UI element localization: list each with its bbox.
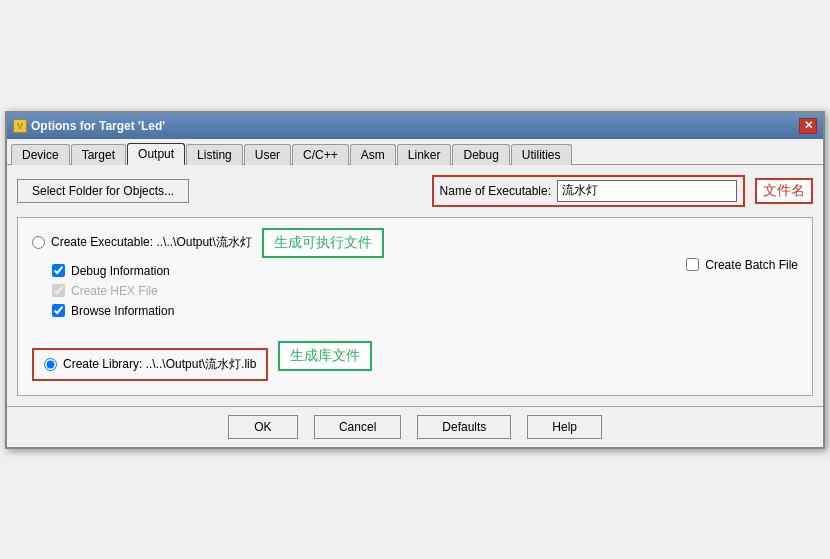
create-executable-radio-row: Create Executable: ..\..\Output\流水灯 [32,234,252,251]
title-bar: V Options for Target 'Led' ✕ [7,113,823,139]
tab-output[interactable]: Output [127,143,185,165]
options-row: Create Executable: ..\..\Output\流水灯 生成可执… [32,228,798,318]
help-button[interactable]: Help [527,415,602,439]
create-library-radio[interactable] [44,358,57,371]
ok-button[interactable]: OK [228,415,298,439]
create-library-label: Create Library: ..\..\Output\流水灯.lib [63,356,256,373]
main-group: Create Executable: ..\..\Output\流水灯 生成可执… [17,217,813,396]
window-title: Options for Target 'Led' [31,119,165,133]
defaults-button[interactable]: Defaults [417,415,511,439]
main-window: V Options for Target 'Led' ✕ Device Targ… [5,111,825,449]
content-area: Select Folder for Objects... Name of Exe… [7,165,823,406]
library-section: Create Library: ..\..\Output\流水灯.lib 生成库… [32,332,798,381]
create-hex-row: Create HEX File [32,284,384,298]
debug-info-checkbox[interactable] [52,264,65,277]
browse-info-label: Browse Information [71,304,174,318]
create-batch-checkbox[interactable] [686,258,699,271]
debug-info-label: Debug Information [71,264,170,278]
tab-user[interactable]: User [244,144,291,165]
tab-target[interactable]: Target [71,144,126,165]
tab-listing[interactable]: Listing [186,144,243,165]
tab-device[interactable]: Device [11,144,70,165]
tab-asm[interactable]: Asm [350,144,396,165]
create-library-row: Create Library: ..\..\Output\流水灯.lib [32,348,268,381]
create-executable-row: Create Executable: ..\..\Output\流水灯 生成可执… [32,228,384,258]
title-bar-left: V Options for Target 'Led' [13,119,165,133]
create-executable-radio[interactable] [32,236,45,249]
create-batch-label: Create Batch File [705,258,798,272]
executable-section: Name of Executable: [432,175,745,207]
executable-label: Name of Executable: [440,184,551,198]
left-options: Create Executable: ..\..\Output\流水灯 生成可执… [32,228,384,318]
tab-linker[interactable]: Linker [397,144,452,165]
tab-debug[interactable]: Debug [452,144,509,165]
annotation-executable: 生成可执行文件 [262,228,384,258]
tab-utilities[interactable]: Utilities [511,144,572,165]
annotation-library: 生成库文件 [278,341,372,371]
bottom-bar: OK Cancel Defaults Help [7,406,823,447]
window-icon: V [13,119,27,133]
create-hex-label: Create HEX File [71,284,158,298]
tab-cpp[interactable]: C/C++ [292,144,349,165]
browse-info-checkbox[interactable] [52,304,65,317]
cancel-button[interactable]: Cancel [314,415,401,439]
right-options: Create Batch File [686,258,798,272]
create-hex-checkbox [52,284,65,297]
create-executable-label: Create Executable: ..\..\Output\流水灯 [51,234,252,251]
select-folder-button[interactable]: Select Folder for Objects... [17,179,189,203]
wenjianjian-badge: 文件名 [755,178,813,204]
browse-info-row: Browse Information [32,304,384,318]
executable-input[interactable] [557,180,737,202]
debug-info-row: Debug Information [32,264,384,278]
tab-bar: Device Target Output Listing User C/C++ … [7,139,823,165]
top-row: Select Folder for Objects... Name of Exe… [17,175,813,207]
close-button[interactable]: ✕ [799,118,817,134]
